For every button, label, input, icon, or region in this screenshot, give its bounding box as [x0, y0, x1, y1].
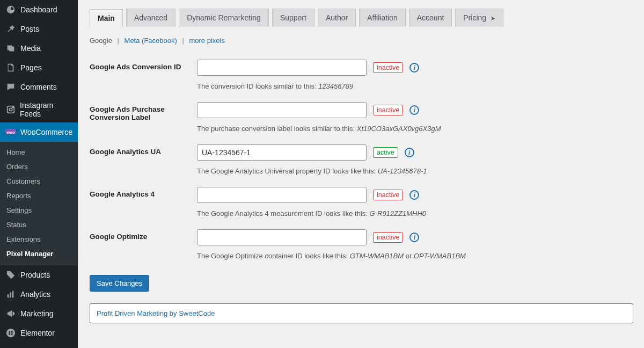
tab-pricing[interactable]: Pricing ➤ [455, 9, 503, 27]
field-label: Google Analytics 4 [90, 187, 197, 198]
submenu-item-settings[interactable]: Settings [0, 203, 78, 218]
ga4-input[interactable] [197, 187, 367, 203]
tab-main[interactable]: Main [90, 9, 123, 27]
submenu-item-orders[interactable]: Orders [0, 160, 78, 174]
field-hint: The Google Analytics 4 measurement ID lo… [197, 209, 633, 218]
info-icon[interactable]: i [409, 63, 419, 73]
comment-icon [5, 82, 16, 92]
info-icon[interactable]: i [405, 148, 414, 157]
status-badge: active [373, 147, 398, 158]
settings-tabs: Main Advanced Dynamic Remarketing Suppor… [90, 9, 633, 27]
dashboard-icon [5, 4, 16, 15]
svg-rect-12 [11, 334, 13, 335]
ga-ua-input[interactable] [197, 144, 367, 161]
sidebar-item-comments[interactable]: Comments [0, 77, 78, 97]
field-row-gads-label: Google Ads Purchase Conversion Label ina… [90, 102, 633, 133]
main-content: Main Advanced Dynamic Remarketing Suppor… [78, 0, 644, 348]
elementor-icon [5, 328, 16, 338]
svg-point-2 [12, 107, 13, 107]
sidebar-item-label: Elementor [20, 329, 55, 337]
field-label: Google Analytics UA [90, 144, 197, 156]
analytics-icon [5, 289, 16, 300]
sidebar-item-elementor[interactable]: Elementor [0, 323, 78, 343]
gads-conversion-id-input[interactable] [197, 60, 367, 76]
svg-rect-9 [9, 331, 10, 335]
field-hint: The purchase conversion label looks simi… [197, 125, 633, 133]
sidebar-item-marketing[interactable]: Marketing [0, 304, 78, 323]
sidebar-item-label: Instagram Feeds [20, 101, 74, 118]
submenu-item-home[interactable]: Home [0, 145, 78, 160]
chevron-right-icon: ➤ [491, 15, 495, 21]
sidebar-item-media[interactable]: Media [0, 39, 78, 58]
svg-rect-5 [8, 294, 9, 298]
pixel-subnav: Google | Meta (Facebook) | more pixels [90, 37, 633, 45]
save-button[interactable]: Save Changes [90, 275, 149, 292]
status-badge: inactive [373, 62, 403, 73]
tab-advanced[interactable]: Advanced [126, 9, 175, 27]
pages-icon [5, 62, 16, 73]
tab-affiliation[interactable]: Affiliation [359, 9, 406, 27]
sidebar-item-templates[interactable]: Templates [0, 343, 78, 348]
promo-banner[interactable]: Profit Driven Marketing by SweetCode [90, 303, 633, 323]
sidebar-item-label: Posts [20, 25, 39, 33]
settings-form: Google Ads Conversion ID inactive i The … [90, 60, 633, 323]
submenu-item-customers[interactable]: Customers [0, 174, 78, 189]
sidebar-item-label: Products [20, 271, 50, 279]
optimize-input[interactable] [197, 229, 367, 245]
sidebar-item-label: Pages [20, 63, 42, 72]
svg-rect-10 [11, 331, 13, 332]
sidebar-item-products[interactable]: Products [0, 265, 78, 285]
status-badge: inactive [373, 105, 403, 115]
svg-text:woo: woo [6, 130, 15, 135]
status-badge: inactive [373, 232, 403, 243]
field-hint: The Google Analytics Universal property … [197, 167, 633, 175]
svg-point-1 [9, 108, 12, 111]
pin-icon [5, 24, 16, 34]
sidebar-item-instagram[interactable]: Instagram Feeds [0, 97, 78, 122]
field-label: Google Ads Purchase Conversion Label [90, 102, 197, 121]
tab-author[interactable]: Author [318, 9, 356, 27]
svg-rect-6 [10, 292, 11, 298]
field-row-ga4: Google Analytics 4 inactive i The Google… [90, 187, 633, 218]
tab-dynamic-remarketing[interactable]: Dynamic Remarketing [179, 9, 269, 27]
gads-purchase-label-input[interactable] [197, 102, 367, 118]
subnav-meta[interactable]: Meta (Facebook) [125, 37, 177, 45]
field-hint: The Google Optimize container ID looks l… [197, 252, 633, 260]
subnav-google[interactable]: Google [90, 37, 112, 45]
svg-rect-11 [11, 332, 13, 334]
field-row-optimize: Google Optimize inactive i The Google Op… [90, 229, 633, 260]
sidebar-item-label: Marketing [20, 309, 53, 318]
sidebar-item-label: Comments [20, 83, 57, 91]
megaphone-icon [5, 308, 16, 319]
sidebar-item-posts[interactable]: Posts [0, 19, 78, 39]
sidebar-submenu: Home Orders Customers Reports Settings S… [0, 142, 78, 265]
status-badge: inactive [373, 190, 403, 200]
sidebar-item-dashboard[interactable]: Dashboard [0, 0, 78, 19]
sidebar-item-label: WooCommerce [20, 128, 72, 136]
field-label: Google Optimize [90, 229, 197, 241]
submenu-item-extensions[interactable]: Extensions [0, 232, 78, 247]
instagram-icon [5, 104, 16, 115]
tab-support[interactable]: Support [272, 9, 314, 27]
info-icon[interactable]: i [409, 105, 419, 115]
svg-rect-7 [12, 291, 14, 298]
subnav-more[interactable]: more pixels [189, 37, 224, 45]
submenu-item-status[interactable]: Status [0, 218, 78, 232]
admin-sidebar: Dashboard Posts Media Pages Commen [0, 0, 78, 348]
info-icon[interactable]: i [409, 190, 419, 200]
woocommerce-icon: woo [5, 127, 16, 137]
submenu-item-reports[interactable]: Reports [0, 189, 78, 203]
field-label: Google Ads Conversion ID [90, 60, 197, 71]
submenu-item-pixel-manager[interactable]: Pixel Manager [0, 247, 78, 261]
products-icon [5, 270, 16, 280]
tab-account[interactable]: Account [409, 9, 452, 27]
field-row-gads-id: Google Ads Conversion ID inactive i The … [90, 60, 633, 90]
sidebar-item-label: Dashboard [20, 5, 57, 14]
info-icon[interactable]: i [409, 233, 419, 242]
sidebar-item-analytics[interactable]: Analytics [0, 285, 78, 304]
sidebar-item-woocommerce[interactable]: woo WooCommerce [0, 122, 78, 142]
field-hint: The conversion ID looks similar to this:… [197, 82, 633, 90]
media-icon [5, 43, 16, 54]
sidebar-item-label: Analytics [20, 290, 50, 299]
sidebar-item-pages[interactable]: Pages [0, 58, 78, 77]
